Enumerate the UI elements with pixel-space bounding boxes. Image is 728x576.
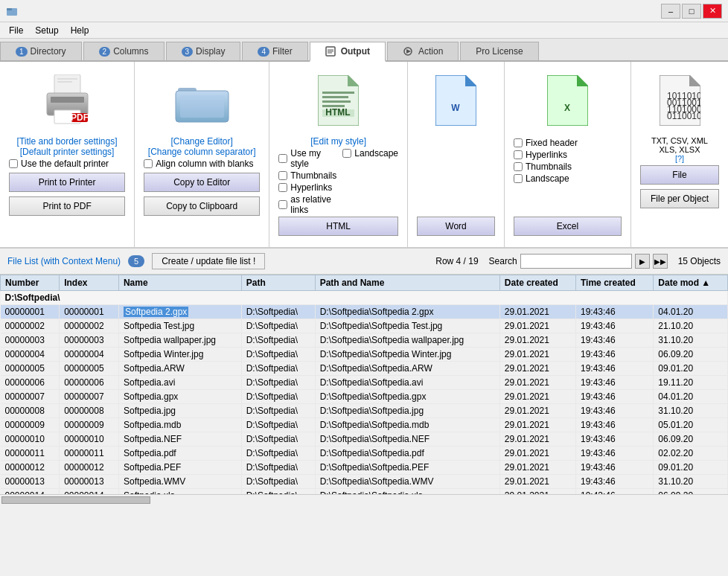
tab-output[interactable]: Output	[310, 42, 386, 62]
tab-directory[interactable]: 1 Directory	[0, 42, 82, 60]
col-path[interactable]: Path	[241, 275, 315, 291]
row-info: Row 4 / 19	[435, 256, 478, 266]
change-column-separator-link[interactable]: [Change column separator]	[148, 147, 256, 157]
prev-nav-button[interactable]: ▶	[635, 254, 650, 269]
search-input[interactable]	[520, 254, 632, 269]
landscape-html-checkbox[interactable]	[342, 149, 351, 158]
table-row[interactable]: 0000001300000013Softpedia.WMVD:\Softpedi…	[1, 475, 728, 489]
tab-bar: 1 Directory 2 Columns 3 Display 4 Filter…	[0, 39, 728, 62]
svg-marker-7	[406, 49, 411, 54]
table-row[interactable]: 0000001000000010Softpedia.NEFD:\Softpedi…	[1, 432, 728, 447]
col-date-mod[interactable]: Date mod ▲	[654, 275, 728, 291]
file-per-object-button[interactable]: File per Object	[640, 189, 719, 208]
svg-text:PDF: PDF	[71, 112, 89, 123]
table-row[interactable]: 0000000600000006Softpedia.aviD:\Softpedi…	[1, 376, 728, 390]
h-scrollbar[interactable]	[0, 494, 728, 505]
table-row[interactable]: 0000001100000011Softpedia.pdfD:\Softpedi…	[1, 447, 728, 461]
align-column-label: Align column with blanks	[156, 159, 253, 169]
table-row[interactable]: 0000000500000005Softpedia.ARWD:\Softpedi…	[1, 362, 728, 376]
col-path-name[interactable]: Path and Name	[315, 275, 499, 291]
menu-help[interactable]: Help	[65, 24, 95, 37]
tab-action[interactable]: Action	[387, 42, 459, 60]
word-icon: W	[427, 71, 486, 130]
copy-to-editor-button[interactable]: Copy to Editor	[144, 173, 260, 192]
table-row[interactable]: 0000001400000014Softpedia.xlsD:\Softpedi…	[1, 489, 728, 495]
file-panel: 10110101 00110010 11010001 01100100 TXT,…	[631, 62, 728, 247]
svg-marker-34	[689, 75, 700, 86]
tab-display[interactable]: 3 Display	[166, 42, 241, 60]
window-controls: – □ ✕	[661, 4, 722, 19]
print-to-printer-button[interactable]: Print to Printer	[9, 173, 125, 192]
table-row[interactable]: 0000000200000002Softpedia Test.jpgD:\Sof…	[1, 319, 728, 333]
table-row[interactable]: 0000000700000007Softpedia.gpxD:\Softpedi…	[1, 390, 728, 404]
h-scrollbar-thumb[interactable]	[1, 496, 150, 504]
word-button[interactable]: Word	[417, 217, 495, 236]
file-table: Number Index Name Path Path and Name Dat…	[0, 275, 728, 494]
file-list-title[interactable]: File List (with Context Menu)	[7, 256, 121, 266]
edit-style-link[interactable]: [Edit my style]	[310, 136, 366, 147]
output-panels: PDF [Title and border settings] [Default…	[0, 62, 728, 248]
create-file-list-button[interactable]: Create / update file list !	[152, 253, 265, 269]
table-row[interactable]: 0000001200000012Softpedia.PEFD:\Softpedi…	[1, 461, 728, 475]
default-printer-checkbox[interactable]	[9, 159, 18, 168]
table-row[interactable]: 0000000400000004Softpedia Winter.jpgD:\S…	[1, 348, 728, 362]
as-relative-links-checkbox[interactable]	[278, 200, 287, 209]
use-my-style-checkbox[interactable]	[278, 154, 287, 163]
table-row[interactable]: 0000000100000001Softpedia 2.gpxD:\Softpe…	[1, 305, 728, 319]
hyperlinks-checkbox-right[interactable]	[514, 150, 523, 159]
default-printer-label: Use the default printer	[21, 159, 109, 169]
table-row[interactable]: 0000000300000003Softpedia wallpaper.jpgD…	[1, 333, 728, 348]
col-time-created[interactable]: Time created	[576, 275, 654, 291]
menu-file[interactable]: File	[3, 24, 29, 37]
col-index[interactable]: Index	[60, 275, 119, 291]
file-format-help[interactable]: [?]	[675, 154, 684, 163]
svg-marker-28	[465, 75, 476, 86]
landscape-excel-checkbox[interactable]	[514, 174, 523, 183]
menu-setup[interactable]: Setup	[29, 24, 64, 37]
maximize-button[interactable]: □	[682, 4, 701, 19]
align-column-checkbox-row: Align column with blanks	[144, 159, 260, 169]
tab-filter[interactable]: 4 Filter	[242, 42, 307, 60]
excel-panel: X Fixed header Hyperlinks Thumbnails Lan…	[505, 62, 631, 247]
copy-to-clipboard-button[interactable]: Copy to Clipboard	[144, 196, 260, 216]
file-binary-icon: 10110101 00110010 11010001 01100100	[650, 71, 709, 130]
change-editor-link[interactable]: [Change Editor]	[170, 136, 232, 147]
tab-num-filter: 4	[258, 47, 269, 57]
file-table-container: Number Index Name Path Path and Name Dat…	[0, 275, 728, 494]
file-list-header: File List (with Context Menu) 5 Create /…	[0, 248, 728, 275]
excel-button[interactable]: Excel	[514, 217, 622, 236]
tab-label-output: Output	[341, 46, 370, 57]
col-date-created[interactable]: Date created	[499, 275, 575, 291]
html-button[interactable]: HTML	[278, 217, 398, 236]
table-header-row: Number Index Name Path Path and Name Dat…	[1, 275, 728, 291]
table-row[interactable]: 0000000900000009Softpedia.mdbD:\Softpedi…	[1, 418, 728, 432]
title-border-link[interactable]: [Title and border settings]	[17, 136, 118, 147]
tab-columns[interactable]: 2 Columns	[83, 42, 165, 60]
thumbnails-checkbox-left[interactable]	[278, 171, 287, 180]
printer-icon: PDF	[37, 71, 97, 130]
tab-num-columns: 2	[99, 47, 111, 57]
close-button[interactable]: ✕	[703, 4, 722, 19]
tab-pro[interactable]: Pro License	[460, 42, 538, 60]
table-body: D:\Softpedia\ 0000000100000001Softpedia …	[1, 291, 728, 495]
svg-rect-21	[322, 92, 354, 94]
file-button[interactable]: File	[640, 165, 719, 185]
hyperlinks-checkbox-left[interactable]	[278, 183, 287, 192]
minimize-button[interactable]: –	[661, 4, 680, 19]
svg-text:X: X	[564, 103, 570, 113]
folder-icon	[172, 71, 232, 130]
next-nav-button[interactable]: ▶▶	[653, 254, 668, 269]
step-badge: 5	[128, 255, 144, 267]
app-icon	[6, 5, 18, 17]
svg-rect-12	[51, 97, 84, 103]
svg-rect-23	[322, 100, 351, 103]
table-row[interactable]: 0000000800000008Softpedia.jpgD:\Softpedi…	[1, 404, 728, 418]
print-to-pdf-button[interactable]: Print to PDF	[9, 196, 125, 216]
align-column-checkbox[interactable]	[144, 159, 153, 168]
col-name[interactable]: Name	[118, 275, 241, 291]
default-printer-link[interactable]: [Default printer settings]	[20, 147, 115, 157]
thumbnails-checkbox-right[interactable]	[514, 162, 523, 171]
col-number[interactable]: Number	[1, 275, 60, 291]
svg-rect-22	[322, 96, 348, 98]
fixed-header-checkbox[interactable]	[514, 138, 523, 147]
